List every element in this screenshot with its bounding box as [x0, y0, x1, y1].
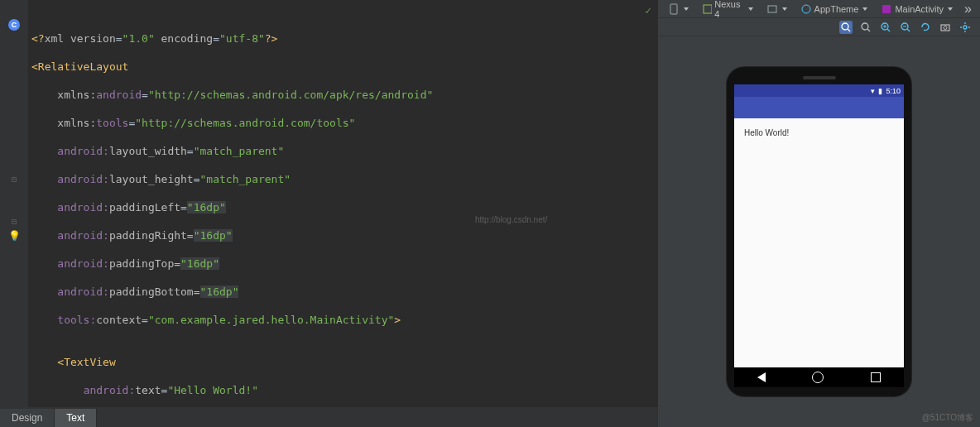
editor-tabs: Design Text	[0, 407, 658, 427]
preview-toolbar-top: Nexus 4 AppTheme MainActivity »	[658, 0, 980, 18]
fold-icon[interactable]: ⊟	[12, 175, 17, 184]
theme-selector[interactable]: AppTheme	[795, 2, 873, 17]
screenshot-icon[interactable]	[939, 21, 952, 34]
svg-point-17	[944, 26, 947, 29]
svg-rect-1	[704, 5, 712, 13]
code-text[interactable]: ✓ <?xml version="1.0" encoding="utf-8"?>…	[28, 0, 658, 407]
activity-selector[interactable]: MainActivity	[876, 2, 958, 17]
class-icon: C	[8, 19, 20, 31]
tab-design[interactable]: Design	[0, 409, 55, 427]
svg-line-8	[867, 29, 870, 31]
zoom-in-icon[interactable]	[879, 21, 892, 34]
check-icon: ✓	[645, 3, 651, 17]
footer-watermark: @51CTO博客	[922, 412, 973, 424]
wifi-icon: ▾	[871, 87, 875, 95]
fold-end-icon[interactable]: ⊟	[12, 217, 17, 226]
status-time: 5:10	[886, 87, 901, 95]
zoom-out-icon[interactable]	[899, 21, 912, 34]
svg-point-3	[802, 5, 810, 13]
earpiece	[803, 76, 836, 79]
svg-line-15	[907, 29, 910, 31]
gear-icon[interactable]	[958, 21, 972, 34]
phone-icon	[668, 3, 680, 15]
device-icon	[702, 3, 712, 15]
activity-label: MainActivity	[895, 4, 944, 14]
orientation-icon	[766, 3, 778, 15]
nav-recents-icon[interactable]	[871, 372, 881, 382]
svg-rect-2	[768, 6, 776, 12]
editor-pane: C ⊟ ⊟ 💡 ✓ <?xml version="1.0" encoding="…	[0, 0, 658, 427]
app-content: Hello World!	[734, 118, 904, 367]
refresh-icon[interactable]	[919, 21, 932, 34]
hello-text: Hello World!	[744, 128, 789, 137]
theme-icon	[800, 3, 812, 15]
tab-text[interactable]: Text	[55, 409, 97, 427]
nav-back-icon[interactable]	[757, 372, 766, 382]
svg-point-7	[862, 23, 868, 30]
device-label: Nexus 4	[714, 0, 743, 19]
theme-label: AppTheme	[814, 4, 859, 14]
device-frame: ▾ ▮ 5:10 Hello World!	[726, 66, 912, 397]
svg-line-6	[848, 29, 850, 31]
battery-icon: ▮	[878, 87, 882, 95]
svg-point-5	[842, 23, 848, 30]
device-selector[interactable]: Nexus 4	[697, 0, 758, 21]
device-screen[interactable]: ▾ ▮ 5:10 Hello World!	[734, 84, 904, 387]
lightbulb-icon[interactable]: 💡	[8, 230, 21, 242]
watermark: http://blog.csdn.net/	[475, 215, 547, 224]
overflow-chevron-icon[interactable]: »	[961, 2, 975, 17]
zoom-actual-icon[interactable]	[859, 21, 872, 34]
zoom-fit-icon[interactable]	[839, 21, 853, 34]
svg-rect-4	[882, 5, 891, 13]
gutter: C ⊟ ⊟ 💡	[0, 0, 28, 407]
preview-canvas: ▾ ▮ 5:10 Hello World! @51CTO博客	[658, 36, 980, 427]
svg-line-12	[887, 29, 890, 31]
svg-point-18	[963, 26, 967, 29]
activity-icon	[881, 3, 892, 15]
nav-bar	[734, 367, 904, 387]
code-area[interactable]: C ⊟ ⊟ 💡 ✓ <?xml version="1.0" encoding="…	[0, 0, 658, 407]
app-bar	[734, 97, 904, 118]
nav-home-icon[interactable]	[812, 372, 824, 383]
preview-toolbar-zoom	[658, 18, 980, 36]
svg-rect-0	[670, 4, 677, 14]
orientation-button[interactable]	[761, 2, 792, 17]
render-mode-button[interactable]	[663, 2, 694, 17]
status-bar: ▾ ▮ 5:10	[734, 84, 904, 97]
preview-pane: Nexus 4 AppTheme MainActivity »	[658, 0, 980, 427]
